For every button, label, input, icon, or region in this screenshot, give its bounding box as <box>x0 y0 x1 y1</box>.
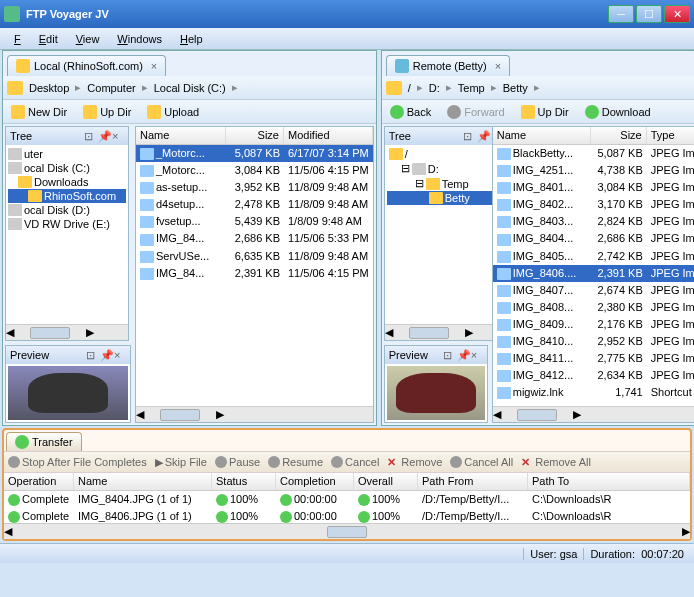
tree-node[interactable]: ocal Disk (C:) <box>8 161 126 175</box>
bc-temp[interactable]: Temp <box>454 80 489 96</box>
cancel-icon <box>450 456 462 468</box>
col-operation[interactable]: Operation <box>4 473 74 490</box>
upload-button[interactable]: Upload <box>143 103 203 121</box>
tab-remote[interactable]: Remote (Betty) × <box>386 55 510 76</box>
tree-node[interactable]: Downloads <box>8 175 126 189</box>
file-row[interactable]: IMG_8405...2,742 KBJPEG Ima <box>493 248 694 265</box>
pause-button[interactable]: Pause <box>215 456 260 468</box>
pin-icon[interactable]: ⊡ <box>84 130 96 142</box>
pin-icon[interactable]: ⊡ <box>86 349 98 361</box>
up-dir-button[interactable]: Up Dir <box>79 103 135 121</box>
tree-node[interactable]: uter <box>8 147 126 161</box>
tree-node[interactable]: ocal Disk (D:) <box>8 203 126 217</box>
file-row[interactable]: BlackBetty...5,087 KBJPEG Ima <box>493 145 694 162</box>
col-name[interactable]: Name <box>136 127 226 144</box>
minimize-button[interactable]: ─ <box>608 5 634 23</box>
bc-d[interactable]: D: <box>425 80 444 96</box>
menu-file[interactable]: F <box>6 31 29 47</box>
pin-icon[interactable]: ⊡ <box>443 349 455 361</box>
pushpin-icon[interactable]: 📌 <box>98 130 110 142</box>
menu-view[interactable]: View <box>68 31 108 47</box>
remove-button[interactable]: ✕Remove <box>387 456 442 468</box>
file-row[interactable]: IMG_8411...2,775 KBJPEG Ima <box>493 350 694 367</box>
col-path-from[interactable]: Path From <box>418 473 528 490</box>
bc-root[interactable]: / <box>404 80 415 96</box>
close-pane-icon[interactable]: × <box>471 349 483 361</box>
close-pane-icon[interactable]: × <box>114 349 126 361</box>
file-row[interactable]: IMG_8410...2,952 KBJPEG Ima <box>493 333 694 350</box>
bc-disk-c[interactable]: Local Disk (C:) <box>150 80 230 96</box>
file-row[interactable]: IMG_8402...3,170 KBJPEG Ima <box>493 196 694 213</box>
bc-betty[interactable]: Betty <box>499 80 532 96</box>
col-type[interactable]: Type <box>647 127 694 144</box>
maximize-button[interactable]: ☐ <box>636 5 662 23</box>
close-pane-icon[interactable]: × <box>112 130 124 142</box>
file-row[interactable]: IMG_8404...2,686 KBJPEG Ima <box>493 230 694 247</box>
file-row[interactable]: IMG_4251...4,738 KBJPEG Ima <box>493 162 694 179</box>
file-row[interactable]: IMG_8406....2,391 KBJPEG Ima <box>493 265 694 282</box>
tab-transfer[interactable]: Transfer <box>6 432 82 451</box>
col-completion[interactable]: Completion <box>276 473 354 490</box>
resume-button[interactable]: Resume <box>268 456 323 468</box>
pushpin-icon[interactable]: 📌 <box>100 349 112 361</box>
col-size[interactable]: Size <box>591 127 647 144</box>
col-path-to[interactable]: Path To <box>528 473 690 490</box>
file-row[interactable]: d4setup...2,478 KB11/8/09 9:48 AM <box>136 196 373 213</box>
cancel-button[interactable]: Cancel <box>331 456 379 468</box>
col-overall[interactable]: Overall <box>354 473 418 490</box>
tab-remote-close-icon[interactable]: × <box>495 60 501 72</box>
file-row[interactable]: migwiz.lnk1,741Shortcut <box>493 384 694 401</box>
scrollbar[interactable]: ◀▶ <box>6 324 128 340</box>
menu-help[interactable]: Help <box>172 31 211 47</box>
tree-node-root[interactable]: / <box>387 147 505 161</box>
stop-after-button[interactable]: Stop After File Completes <box>8 456 147 468</box>
bc-computer[interactable]: Computer <box>83 80 139 96</box>
tree-node-d[interactable]: ⊟D: <box>387 161 505 176</box>
file-row[interactable]: as-setup...3,952 KB11/8/09 9:48 AM <box>136 179 373 196</box>
file-row[interactable]: IMG_8412...2,634 KBJPEG Ima <box>493 367 694 384</box>
file-row[interactable]: ServUSe...6,635 KB11/8/09 9:48 AM <box>136 248 373 265</box>
forward-button[interactable]: Forward <box>443 103 508 121</box>
pin-icon[interactable]: ⊡ <box>463 130 475 142</box>
file-row[interactable]: IMG_8407...2,674 KBJPEG Ima <box>493 282 694 299</box>
transfer-row[interactable]: CompleteIMG_8404.JPG (1 of 1)100%00:00:0… <box>4 491 690 508</box>
col-status[interactable]: Status <box>212 473 276 490</box>
remote-up-dir-button[interactable]: Up Dir <box>517 103 573 121</box>
pushpin-icon[interactable]: 📌 <box>457 349 469 361</box>
tab-local-close-icon[interactable]: × <box>151 60 157 72</box>
scrollbar[interactable]: ◀▶ <box>4 523 690 539</box>
col-modified[interactable]: Modified <box>284 127 373 144</box>
menu-windows[interactable]: Windows <box>109 31 170 47</box>
tree-node-temp[interactable]: ⊟Temp <box>387 176 505 191</box>
scrollbar[interactable]: ◀▶ <box>136 406 373 422</box>
tab-local[interactable]: Local (RhinoSoft.com) × <box>7 55 166 76</box>
scrollbar[interactable]: ◀▶ <box>493 406 694 422</box>
skip-file-button[interactable]: ▶ Skip File <box>155 456 207 469</box>
scrollbar[interactable]: ◀▶ <box>385 324 507 340</box>
remove-all-button[interactable]: ✕Remove All <box>521 456 591 468</box>
file-row[interactable]: IMG_84...2,686 KB11/5/06 5:33 PM <box>136 230 373 247</box>
col-size[interactable]: Size <box>226 127 284 144</box>
close-button[interactable]: ✕ <box>664 5 690 23</box>
new-dir-button[interactable]: New Dir <box>7 103 71 121</box>
file-row[interactable]: _Motorc...5,087 KB6/17/07 3:14 PM <box>136 145 373 162</box>
pushpin-icon[interactable]: 📌 <box>477 130 489 142</box>
cancel-all-button[interactable]: Cancel All <box>450 456 513 468</box>
download-button[interactable]: Download <box>581 103 655 121</box>
file-row[interactable]: IMG_8401...3,084 KBJPEG Ima <box>493 179 694 196</box>
col-name[interactable]: Name <box>74 473 212 490</box>
tree-node[interactable]: VD RW Drive (E:) <box>8 217 126 231</box>
menu-edit[interactable]: Edit <box>31 31 66 47</box>
file-row[interactable]: IMG_8409...2,176 KBJPEG Ima <box>493 316 694 333</box>
tree-node-betty[interactable]: Betty <box>387 191 505 205</box>
file-row[interactable]: _Motorc...3,084 KB11/5/06 4:15 PM <box>136 162 373 179</box>
back-button[interactable]: Back <box>386 103 435 121</box>
bc-desktop[interactable]: Desktop <box>25 80 73 96</box>
transfer-row[interactable]: CompleteIMG_8406.JPG (1 of 1)100%00:00:0… <box>4 508 690 523</box>
file-row[interactable]: IMG_8403...2,824 KBJPEG Ima <box>493 213 694 230</box>
file-row[interactable]: IMG_8408...2,380 KBJPEG Ima <box>493 299 694 316</box>
file-row[interactable]: IMG_84...2,391 KB11/5/06 4:15 PM <box>136 265 373 282</box>
tree-node[interactable]: RhinoSoft.com <box>8 189 126 203</box>
col-name[interactable]: Name <box>493 127 591 144</box>
file-row[interactable]: fvsetup...5,439 KB1/8/09 9:48 AM <box>136 213 373 230</box>
